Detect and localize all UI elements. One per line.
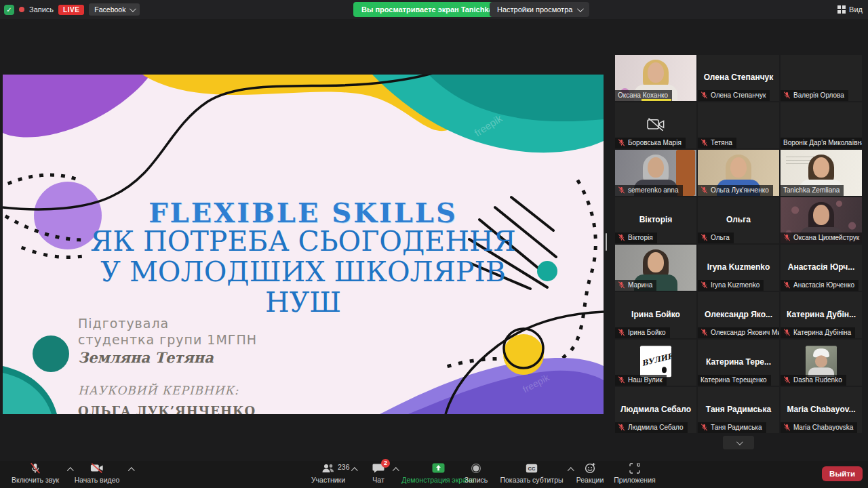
person-face bbox=[730, 157, 747, 178]
participant-tile[interactable]: Олександр Яко...Олександр Якович Мит... bbox=[698, 292, 779, 338]
participant-tile[interactable]: ОльгаОльга bbox=[698, 197, 779, 243]
person-face bbox=[813, 157, 829, 178]
participant-tile[interactable]: Анастасія Юрч...Анастасія Юрченко bbox=[781, 245, 862, 291]
muted-mic-icon bbox=[783, 424, 791, 431]
camera-off-icon bbox=[90, 463, 104, 473]
participant-name-label: Анастасія Юрченко bbox=[781, 280, 859, 291]
muted-mic-icon bbox=[783, 281, 791, 289]
participant-center-name: Maria Chabayov... bbox=[781, 405, 862, 414]
participant-tile[interactable]: Dasha Rudenko bbox=[781, 340, 862, 386]
participant-tile[interactable]: Катерина Дубін...Катерина Дубініна bbox=[781, 292, 862, 338]
participant-tile[interactable]: Iryna KuzmenkoIryna Kuzmenko bbox=[698, 245, 779, 291]
view-button[interactable]: Вид bbox=[837, 0, 863, 19]
participant-name-label: Олександр Якович Мит... bbox=[698, 327, 779, 338]
view-options-button[interactable]: Настройки просмотра bbox=[490, 2, 589, 17]
participant-name-label: Людмила Себало bbox=[615, 422, 688, 433]
participant-tile[interactable]: ВУЛИКНаш Вулик bbox=[615, 340, 696, 386]
participant-name-label: Вікторія bbox=[615, 232, 657, 243]
participant-tile[interactable]: Оксана Коханко bbox=[615, 55, 696, 101]
facebook-stream-dropdown[interactable]: Facebook bbox=[89, 3, 140, 16]
leave-button[interactable]: Выйти bbox=[822, 466, 863, 481]
muted-mic-icon bbox=[618, 186, 625, 194]
start-video-button[interactable]: Начать видео bbox=[68, 462, 126, 484]
participants-caret[interactable] bbox=[351, 467, 358, 474]
participant-center-name: Катерина Дубін... bbox=[781, 310, 862, 319]
speaking-indicator bbox=[642, 99, 671, 101]
bottom-toolbar: Включить звук Начать видео 236 bbox=[0, 461, 868, 488]
zoom-meeting-window: ✓ Запись LIVE Facebook Вы просматриваете… bbox=[0, 0, 868, 488]
muted-mic-icon bbox=[618, 234, 625, 241]
svg-text:CC: CC bbox=[528, 466, 536, 472]
participant-tile[interactable]: Таня РадимськаТаня Радимська bbox=[698, 387, 779, 433]
shared-slide: freepik bbox=[3, 75, 604, 414]
participant-name-label: Олена Степанчук bbox=[698, 90, 770, 101]
participant-tile[interactable]: Maria Chabayov...Maria Chabayovska bbox=[781, 387, 862, 433]
participant-name-label: Ольга Лук'янченко bbox=[698, 185, 773, 196]
unmute-button[interactable]: Включить звук bbox=[5, 462, 65, 484]
chat-button[interactable]: 2 Чат bbox=[363, 462, 393, 484]
chevron-down-icon bbox=[577, 5, 584, 12]
participant-name-label: Таня Радимська bbox=[698, 422, 766, 433]
participant-center-name: Олександр Яко... bbox=[698, 310, 779, 319]
participant-tile[interactable]: Ірина БойкоІрина Бойко bbox=[615, 292, 696, 338]
participant-tile[interactable]: ВікторіяВікторія bbox=[615, 197, 696, 243]
participant-tile[interactable]: Марина bbox=[615, 245, 696, 291]
reactions-button[interactable]: Реакции bbox=[571, 462, 609, 484]
participant-name-label: semerenko anna bbox=[615, 185, 683, 196]
participant-tile[interactable]: Катерина Тере...Катерина Терещенко bbox=[698, 340, 779, 386]
participant-name-label: Ольга bbox=[698, 232, 734, 243]
person-face bbox=[648, 62, 664, 83]
record-button[interactable]: Запись bbox=[458, 462, 494, 484]
muted-mic-icon bbox=[701, 281, 708, 289]
participant-name-label: Оксана Цихмейструк bbox=[781, 232, 862, 243]
muted-mic-icon bbox=[783, 234, 791, 241]
participants-button[interactable]: 236 Участники bbox=[304, 462, 353, 484]
muted-mic-icon bbox=[701, 139, 708, 146]
participant-center-name: Олена Степанчук bbox=[698, 73, 779, 82]
apps-button[interactable]: Приложения bbox=[610, 462, 659, 484]
participant-center-name: Вікторія bbox=[615, 215, 696, 224]
live-badge: LIVE bbox=[58, 5, 84, 15]
slide-title: FLEXIBLE SKILLS bbox=[3, 197, 604, 228]
gallery-next-page-button[interactable] bbox=[723, 436, 754, 449]
slide-supervisor-name: ОЛЬГА ЛУК’ЯНЧЕНКО bbox=[78, 404, 257, 414]
participant-name-label: Воронік Дар'я Миколаївна bbox=[781, 138, 862, 148]
participant-tile[interactable]: Воронік Дар'я Миколаївна bbox=[781, 102, 862, 148]
muted-mic-icon bbox=[701, 186, 708, 194]
apps-icon bbox=[629, 463, 640, 474]
slide-prepared-by: Підготувала студентка групи 1МГПН bbox=[78, 315, 257, 348]
participant-name-label: Катерина Дубініна bbox=[781, 327, 855, 338]
person-face bbox=[648, 252, 664, 272]
participant-tile[interactable]: Олена СтепанчукОлена Степанчук bbox=[698, 55, 779, 101]
participant-tile[interactable]: Tanichka Zemliana bbox=[781, 150, 862, 196]
person-face bbox=[813, 205, 829, 225]
microphone-muted-icon bbox=[29, 462, 41, 474]
captions-button[interactable]: CC Показать субтитры bbox=[495, 462, 568, 484]
participant-tile[interactable]: Людмила СебалоЛюдмила Себало bbox=[615, 387, 696, 433]
participant-tile[interactable]: Тетяна bbox=[698, 102, 779, 148]
participant-center-name: Ольга bbox=[698, 215, 779, 224]
muted-mic-icon bbox=[701, 329, 708, 336]
participant-center-name: Таня Радимська bbox=[698, 405, 779, 414]
security-shield-icon[interactable]: ✓ bbox=[4, 5, 14, 15]
participant-tile[interactable]: Валерія Орлова bbox=[781, 55, 862, 101]
participant-tile[interactable]: Ольга Лук'янченко bbox=[698, 150, 779, 196]
participants-count: 236 bbox=[338, 463, 350, 471]
participant-tile[interactable]: semerenko anna bbox=[615, 150, 696, 196]
participant-center-name: Ірина Бойко bbox=[615, 310, 696, 319]
muted-mic-icon bbox=[701, 424, 708, 431]
participant-name-label: Maria Chabayovska bbox=[781, 422, 857, 433]
muted-mic-icon bbox=[618, 281, 625, 289]
record-icon bbox=[471, 463, 481, 474]
chat-unread-badge: 2 bbox=[381, 459, 390, 468]
video-options-caret[interactable] bbox=[128, 467, 135, 474]
participant-name-label: Тетяна bbox=[698, 138, 736, 148]
muted-mic-icon bbox=[701, 234, 708, 241]
screen-share-icon bbox=[432, 463, 445, 473]
participant-tile[interactable]: Боровська Марія bbox=[615, 102, 696, 148]
shared-screen-scrollbar[interactable] bbox=[606, 233, 607, 251]
participant-center-name: Iryna Kuzmenko bbox=[698, 262, 779, 272]
chevron-down-icon bbox=[736, 439, 743, 445]
participant-center-name: Анастасія Юрч... bbox=[781, 262, 862, 272]
participant-tile[interactable]: Оксана Цихмейструк bbox=[781, 197, 862, 243]
